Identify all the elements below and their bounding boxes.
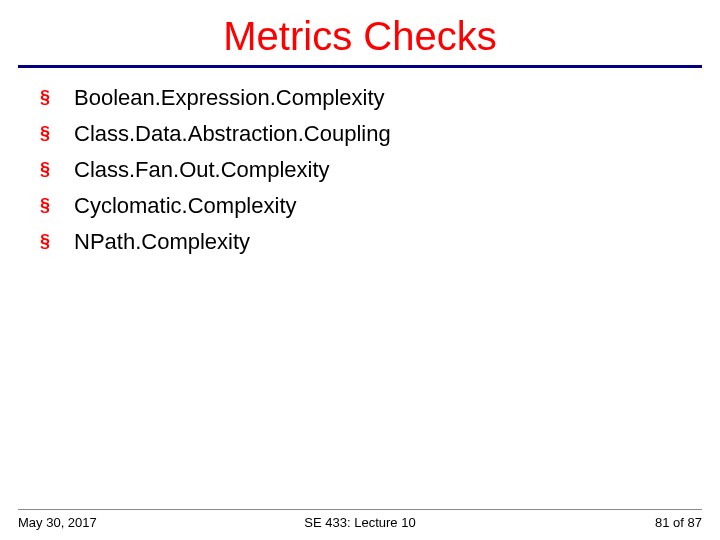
bullet-text: Cyclomatic.Complexity	[74, 190, 297, 222]
bullet-icon: §	[40, 118, 74, 146]
list-item: § Class.Fan.Out.Complexity	[40, 154, 680, 186]
list-item: § Class.Data.Abstraction.Coupling	[40, 118, 680, 150]
footer-rule	[18, 509, 702, 510]
bullet-text: Boolean.Expression.Complexity	[74, 82, 385, 114]
slide: Metrics Checks § Boolean.Expression.Comp…	[0, 0, 720, 540]
footer-date: May 30, 2017	[18, 515, 246, 530]
list-item: § Boolean.Expression.Complexity	[40, 82, 680, 114]
footer-course: SE 433: Lecture 10	[246, 515, 474, 530]
bullet-list: § Boolean.Expression.Complexity § Class.…	[40, 82, 680, 257]
slide-title: Metrics Checks	[0, 0, 720, 65]
bullet-icon: §	[40, 190, 74, 218]
bullet-text: Class.Data.Abstraction.Coupling	[74, 118, 391, 150]
footer-page: 81 of 87	[474, 515, 702, 530]
bullet-icon: §	[40, 82, 74, 110]
title-rule	[18, 65, 702, 68]
list-item: § Cyclomatic.Complexity	[40, 190, 680, 222]
bullet-text: NPath.Complexity	[74, 226, 250, 258]
bullet-icon: §	[40, 226, 74, 254]
footer: May 30, 2017 SE 433: Lecture 10 81 of 87	[0, 515, 720, 530]
list-item: § NPath.Complexity	[40, 226, 680, 258]
bullet-icon: §	[40, 154, 74, 182]
content-area: § Boolean.Expression.Complexity § Class.…	[0, 82, 720, 257]
bullet-text: Class.Fan.Out.Complexity	[74, 154, 330, 186]
